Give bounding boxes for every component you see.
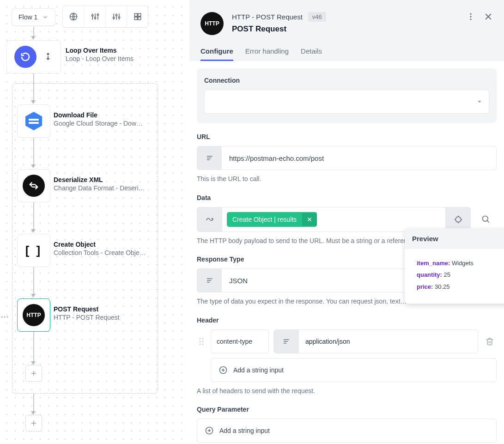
tab-details[interactable]: Details <box>301 47 322 61</box>
svg-point-12 <box>118 17 120 18</box>
connection-section: Connection <box>197 68 497 123</box>
canvas-toolbar <box>62 6 148 28</box>
drag-icon <box>198 337 205 346</box>
data-label: Data <box>197 194 497 201</box>
add-header-button[interactable]: Add a string input <box>211 358 497 382</box>
data-input[interactable]: Create Object | results <box>222 207 445 231</box>
svg-point-17 <box>48 54 49 55</box>
reference-chip[interactable]: Create Object | results <box>227 212 317 227</box>
sliders-button-2[interactable] <box>105 6 127 27</box>
svg-point-53 <box>202 338 204 339</box>
chip-remove-button[interactable] <box>302 213 317 226</box>
header-label: Header <box>197 316 497 324</box>
svg-marker-36 <box>478 101 481 103</box>
node-title: Deserialize XML <box>54 176 145 183</box>
brackets-icon: [ ] <box>25 243 43 258</box>
svg-point-56 <box>200 343 201 345</box>
svg-point-33 <box>470 18 471 20</box>
text-prefix-icon[interactable] <box>197 146 222 170</box>
node-subtitle: Loop - Loop Over Items <box>66 55 134 62</box>
version-badge: v46 <box>308 12 326 22</box>
tab-error-handling[interactable]: Error handling <box>245 47 289 61</box>
chevron-down-icon <box>42 14 49 20</box>
connector <box>33 138 34 165</box>
header-field: Header content-type application/json Add… <box>197 316 497 396</box>
loop-sub-icon <box>43 52 53 61</box>
globe-icon <box>69 12 78 21</box>
crosshair-icon <box>454 215 463 224</box>
connector <box>33 332 34 362</box>
add-step-button[interactable] <box>25 415 42 432</box>
sliders-icon <box>91 12 100 21</box>
arrow-head-icon <box>31 294 36 298</box>
grid-icon <box>133 12 142 21</box>
svg-rect-15 <box>134 17 137 20</box>
url-input[interactable]: https://postman-echo.com/post <box>222 146 497 170</box>
add-query-label: Add a string input <box>219 427 270 434</box>
add-query-button[interactable]: Add a string input <box>197 419 497 443</box>
drag-handle[interactable] <box>197 337 206 346</box>
more-button[interactable] <box>466 12 475 23</box>
arrow-head-icon <box>31 229 36 233</box>
svg-point-31 <box>470 13 471 15</box>
tab-configure[interactable]: Configure <box>200 47 233 61</box>
http-icon: HTTP <box>200 12 224 35</box>
node-deserialize-xml[interactable] <box>17 169 50 202</box>
close-button[interactable] <box>484 12 493 23</box>
plus-circle-icon <box>205 426 214 435</box>
connection-select[interactable] <box>204 90 489 114</box>
node-label: POST Request HTTP - POST Request <box>54 305 120 321</box>
svg-marker-19 <box>25 112 42 130</box>
arrow-head-icon <box>31 361 36 365</box>
svg-line-48 <box>487 220 489 222</box>
globe-button[interactable] <box>63 6 84 27</box>
config-panel: HTTP HTTP - POST Request v46 POST Reques… <box>189 0 504 444</box>
flow-selector-label: Flow 1 <box>18 13 37 21</box>
svg-rect-16 <box>138 17 140 20</box>
query-field: Query Parameter Add a string input <box>197 406 497 443</box>
loop-icon <box>14 46 36 68</box>
header-value-input[interactable]: application/json <box>273 329 478 353</box>
node-loop-over-items[interactable] <box>6 40 61 73</box>
node-title: Download File <box>54 111 146 119</box>
preview-popover: Preview item_name: Widgets quantity: 25 … <box>405 228 504 304</box>
delete-header-button[interactable] <box>483 337 497 346</box>
panel-header: HTTP HTTP - POST Request v46 POST Reques… <box>189 0 504 61</box>
tabs: Configure Error handling Details <box>200 47 493 61</box>
plus-icon <box>30 369 38 377</box>
gcs-icon <box>23 110 45 132</box>
node-title: POST Request <box>54 305 120 313</box>
node-title: Loop Over Items <box>66 47 134 54</box>
node-download-file[interactable] <box>17 104 50 138</box>
url-helper: This is the URL to call. <box>197 175 497 184</box>
node-label: Download File Google Cloud Storage - Dow… <box>54 111 146 127</box>
text-prefix-icon[interactable] <box>197 268 222 292</box>
node-subtitle: Change Data Format - Deseri… <box>54 184 145 192</box>
node-create-object[interactable]: [ ] <box>17 234 50 267</box>
url-field: URL https://postman-echo.com/post This i… <box>197 133 497 184</box>
svg-rect-20 <box>29 119 39 121</box>
flow-selector-dropdown[interactable]: Flow 1 <box>12 8 55 26</box>
panel-title: POST Request <box>232 24 458 34</box>
reference-prefix-icon[interactable] <box>197 207 222 231</box>
svg-point-24 <box>1 316 3 317</box>
header-key-input[interactable]: content-type <box>211 329 269 353</box>
sliders-button-1[interactable] <box>84 6 105 27</box>
svg-rect-14 <box>138 13 140 16</box>
trash-icon <box>486 337 494 346</box>
add-step-button[interactable] <box>25 365 42 382</box>
sliders-icon <box>112 12 121 21</box>
node-subtitle: HTTP - POST Request <box>54 314 120 321</box>
more-vertical-icon <box>466 12 475 21</box>
target-button[interactable] <box>445 207 470 231</box>
connector <box>33 27 34 37</box>
plus-icon <box>30 419 38 427</box>
node-post-request[interactable]: HTTP <box>17 298 50 332</box>
preview-body: item_name: Widgets quantity: 25 price: 3… <box>405 249 504 304</box>
svg-point-10 <box>113 17 114 18</box>
close-icon <box>307 217 312 222</box>
node-label: Deserialize XML Change Data Format - Des… <box>54 176 145 192</box>
svg-point-6 <box>97 14 98 15</box>
node-more-icon[interactable] <box>0 312 9 323</box>
grid-button[interactable] <box>127 6 148 27</box>
